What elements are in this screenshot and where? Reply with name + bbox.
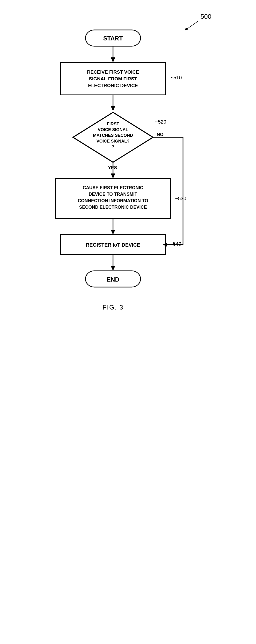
- step520-line3: MATCHES SECOND: [93, 133, 133, 138]
- svg-line-0: [186, 21, 198, 30]
- start-label: START: [103, 35, 123, 42]
- step510-id: ~510: [171, 75, 182, 80]
- step530-line4: SECOND ELECTRONIC DEVICE: [79, 205, 147, 210]
- step520-line2: VOICE SIGNAL: [98, 127, 128, 132]
- step530-line3: CONNECTION INFORMATION TO: [78, 198, 148, 203]
- svg-marker-16: [111, 266, 115, 271]
- step510-line2: SIGNAL FROM FIRST: [89, 76, 137, 81]
- step530-id: ~530: [175, 196, 186, 201]
- no-label: NO: [157, 132, 164, 137]
- step520-id: ~520: [155, 119, 166, 124]
- step540-id: ~540: [170, 241, 181, 246]
- diagram-container: 500 START RECEIVE FIRST VOICE SIGNAL FRO…: [0, 0, 256, 644]
- step530-line2: DEVICE TO TRANSMIT: [89, 192, 138, 197]
- step530-line1: CAUSE FIRST ELECTRONIC: [83, 185, 143, 190]
- step510-line1: RECEIVE FIRST VOICE: [87, 70, 139, 75]
- svg-marker-1: [185, 28, 188, 30]
- step520-line4: VOICE SIGNAL?: [96, 139, 130, 144]
- end-label: END: [107, 276, 119, 283]
- svg-marker-10: [111, 174, 115, 178]
- flowchart-svg: 500 START RECEIVE FIRST VOICE SIGNAL FRO…: [31, 10, 225, 609]
- yes-label: YES: [108, 165, 117, 170]
- step510-line3: ELECTRONIC DEVICE: [88, 83, 138, 88]
- step520-line1: FIRST: [107, 122, 119, 126]
- svg-marker-13: [111, 230, 115, 235]
- step520-line5: ?: [112, 144, 114, 149]
- svg-marker-7: [111, 106, 115, 111]
- figure-number-label: 500: [200, 13, 211, 20]
- figure-caption: FIG. 3: [102, 304, 123, 311]
- step540-label: REGISTER IoT DEVICE: [86, 242, 140, 248]
- svg-marker-4: [111, 58, 115, 62]
